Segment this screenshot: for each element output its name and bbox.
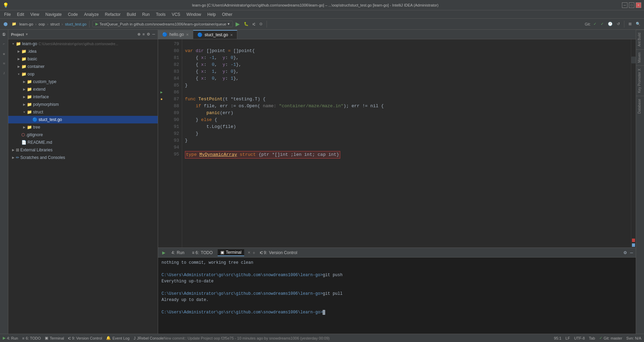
tree-interface[interactable]: ▶ 📁 interface — [8, 93, 158, 101]
tree-struct[interactable]: ▾ 📁 struct — [8, 108, 158, 116]
code-content[interactable]: var dir []point = []point{ { x: -1, y: 0… — [182, 39, 631, 248]
status-todo-label: 6: TODO — [26, 336, 41, 340]
terminal-tab-todo[interactable]: ≡ 6: TODO — [189, 250, 215, 256]
project-minimize-icon[interactable]: ─ — [152, 32, 155, 37]
breadcrumb-oop[interactable]: oop — [39, 22, 45, 26]
status-position[interactable]: 95:1 — [554, 336, 561, 340]
status-vc[interactable]: ⑆ 9: Version Control — [68, 336, 102, 340]
menu-code[interactable]: Code — [65, 11, 81, 18]
minimize-button[interactable]: ─ — [622, 2, 627, 8]
status-position-value: 95:1 — [554, 336, 561, 340]
toolbar-breadcrumb-root[interactable]: 📁 — [10, 21, 18, 27]
tree-tree[interactable]: ▶ 📁 tree — [8, 123, 158, 131]
run-config-selector[interactable]: ▶ TestQueue_Push in github.com/snowdream… — [92, 21, 233, 27]
maximize-button[interactable]: □ — [629, 2, 634, 8]
tree-readme[interactable]: 📄 README.md — [8, 139, 158, 146]
menu-window[interactable]: Window — [184, 11, 204, 18]
status-todo[interactable]: ≡ 6: TODO — [22, 336, 41, 340]
menu-vcs[interactable]: VCS — [169, 11, 183, 18]
tree-container[interactable]: ▶ 📁 container — [8, 63, 158, 70]
menu-edit[interactable]: Edit — [14, 11, 27, 18]
status-linesep[interactable]: LF — [565, 336, 570, 340]
status-svn[interactable]: Svn: N/A — [626, 336, 641, 340]
terminal-tab-terminal[interactable]: ▣ Terminal — [218, 249, 245, 256]
status-terminal[interactable]: ▣ Terminal — [45, 336, 64, 340]
profile-button[interactable]: ⊙ — [258, 21, 264, 27]
git-checkmark2[interactable]: ✓ — [599, 21, 605, 27]
right-panel-database[interactable]: Database — [636, 96, 644, 117]
tree-stuct-test[interactable]: 🔵 stuct_test.go — [8, 116, 158, 123]
toolbar-back[interactable]: ⬤ — [2, 21, 9, 27]
right-panel-ant[interactable]: Ant Build — [636, 30, 644, 49]
tree-scratches-name: Scratches and Consoles — [20, 155, 65, 160]
debug-button[interactable]: 🐛 — [242, 21, 250, 27]
run-button[interactable]: ▶ — [234, 20, 241, 28]
toolbar-search[interactable]: 🔍 — [634, 21, 642, 27]
project-icon[interactable]: ① — [1, 31, 8, 38]
learn-icon[interactable]: L — [1, 41, 8, 48]
menu-navigate[interactable]: Navigate — [43, 11, 64, 18]
status-linesep-label: LF — [565, 336, 570, 340]
project-settings-icon[interactable]: ≡ — [143, 32, 145, 37]
close-button[interactable]: ✕ — [636, 2, 641, 8]
status-encoding[interactable]: UTF-8 — [574, 336, 585, 340]
git-checkmark1[interactable]: ✓ — [592, 21, 598, 27]
tab-stuct-test[interactable]: 🔵 stuct_test.go ✕ — [193, 30, 237, 39]
menu-run[interactable]: Run — [139, 11, 153, 18]
tree-idea[interactable]: ▶ 📁 .idea — [8, 48, 158, 55]
status-indent-label: Tab — [589, 336, 595, 340]
tree-polymorphism[interactable]: ▶ 📁 polymorphism — [8, 101, 158, 108]
tab-hello-go[interactable]: 🔵 hello.go ✕ — [158, 30, 193, 39]
status-event-log[interactable]: 🔔 Event Log — [106, 336, 129, 340]
terminal-tab-terminal-close[interactable]: ✕ — [248, 251, 250, 254]
tree-basic[interactable]: ▶ 📁 basic — [8, 55, 158, 63]
gutter: ▶ ● — [158, 39, 165, 248]
tree-oop[interactable]: ▾ 📁 oop — [8, 70, 158, 78]
menu-file[interactable]: File — [1, 11, 13, 18]
menu-other[interactable]: Other — [219, 11, 235, 18]
git-history[interactable]: 🕐 — [606, 21, 614, 27]
status-git-branch[interactable]: ✓ Git: master — [599, 336, 622, 340]
tree-scratches[interactable]: ▶ ✏ Scratches and Consoles — [8, 154, 158, 161]
tree-extend[interactable]: ▶ 📁 extend — [8, 86, 158, 93]
menu-view[interactable]: View — [28, 11, 42, 18]
git-revert[interactable]: ↺ — [615, 21, 621, 27]
tree-ext-libs[interactable]: ▶ ⊞ External Libraries — [8, 146, 158, 154]
menu-analyze[interactable]: Analyze — [81, 11, 102, 18]
favorites-icon[interactable]: ★ — [1, 50, 8, 57]
terminal-add-tab[interactable]: + — [252, 250, 255, 255]
breadcrumb-struct[interactable]: struct — [50, 22, 60, 26]
status-todo-icon: ≡ — [22, 336, 24, 340]
terminal-minimize-icon[interactable]: ─ — [630, 250, 633, 255]
menu-tools[interactable]: Tools — [153, 11, 168, 18]
menu-help[interactable]: Help — [205, 11, 219, 18]
gutter-86[interactable]: ▶ — [158, 89, 165, 96]
menu-build[interactable]: Build — [124, 11, 139, 18]
line-num-94: 94 — [166, 144, 179, 151]
status-indent[interactable]: Tab — [589, 336, 595, 340]
terminal-tab-run[interactable]: 4: Run — [169, 250, 187, 256]
tree-gitignore[interactable]: ⬡ .gitignore — [8, 131, 158, 139]
tab-hello-close[interactable]: ✕ — [186, 33, 189, 37]
terminal-settings-icon[interactable]: ⚙ — [623, 250, 627, 255]
tree-extend-name: extend — [33, 87, 45, 92]
project-gear-icon[interactable]: ⚙ — [147, 32, 150, 37]
editor-scrollbar[interactable] — [631, 39, 636, 248]
structure-icon[interactable]: ≋ — [1, 60, 8, 67]
menu-refactor[interactable]: Refactor — [102, 11, 123, 18]
status-run[interactable]: ▶ 4: Run — [3, 336, 18, 340]
tree-custom-type[interactable]: ▶ 📁 custom_type — [8, 78, 158, 86]
right-panel-maven[interactable]: Maven — [636, 49, 644, 66]
tab-stuct-close[interactable]: ✕ — [230, 33, 233, 37]
coverage-button[interactable]: ⑆ — [251, 21, 257, 27]
tree-root[interactable]: ▾ 📁 learn-go C:\Users\Administrator\go\s… — [8, 40, 158, 48]
toolbar-bookmarks[interactable]: ⊞ — [627, 21, 633, 27]
terminal-tab-vc[interactable]: ⑆ 9: Version Control — [257, 250, 300, 256]
project-locate-icon[interactable]: ⊕ — [137, 32, 141, 37]
right-panel-keypromoter[interactable]: Key Promoter X — [636, 66, 644, 96]
jrebel-icon[interactable]: J — [1, 70, 8, 77]
terminal-run-btn[interactable]: ▶ — [161, 250, 167, 256]
breadcrumb-file[interactable]: stuct_test.go — [65, 22, 86, 26]
terminal-content[interactable]: nothing to commit, working tree clean C:… — [158, 258, 636, 334]
status-jrebel[interactable]: J JRebel Console — [134, 336, 164, 340]
